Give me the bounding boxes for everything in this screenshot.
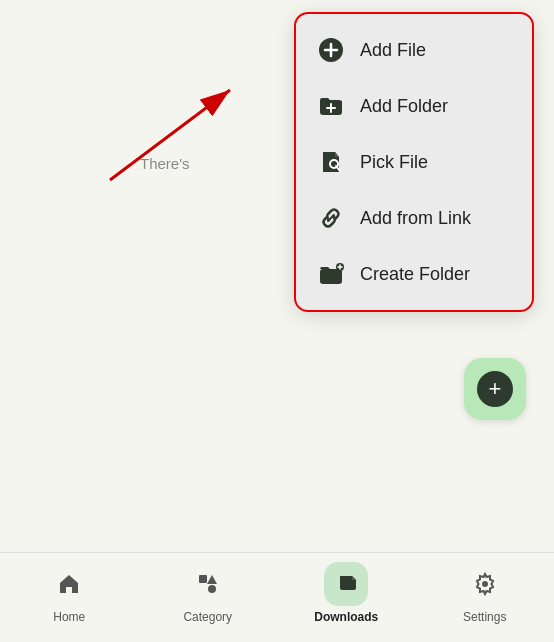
- nav-item-downloads[interactable]: Downloads: [311, 562, 381, 624]
- svg-marker-15: [207, 575, 217, 584]
- add-folder-icon: [316, 91, 346, 121]
- svg-rect-14: [199, 575, 207, 583]
- create-folder-label: Create Folder: [360, 264, 470, 285]
- menu-item-add-from-link[interactable]: Add from Link: [296, 190, 532, 246]
- home-icon: [47, 562, 91, 606]
- create-folder-icon: [316, 259, 346, 289]
- menu-item-create-folder[interactable]: Create Folder: [296, 246, 532, 302]
- fab-plus-icon: +: [477, 371, 513, 407]
- nav-label-category: Category: [183, 610, 232, 624]
- svg-point-17: [482, 581, 488, 587]
- bottom-nav: Home Category Downloads: [0, 552, 554, 642]
- add-file-label: Add File: [360, 40, 426, 61]
- pick-file-icon: [316, 147, 346, 177]
- nav-item-category[interactable]: Category: [173, 562, 243, 624]
- menu-item-add-file[interactable]: Add File: [296, 22, 532, 78]
- arrow-annotation: [80, 70, 260, 190]
- add-folder-label: Add Folder: [360, 96, 448, 117]
- nav-item-settings[interactable]: Settings: [450, 562, 520, 624]
- add-from-link-label: Add from Link: [360, 208, 471, 229]
- downloads-icon: [324, 562, 368, 606]
- nav-label-downloads: Downloads: [314, 610, 378, 624]
- settings-icon: [463, 562, 507, 606]
- main-content: There's Add File: [0, 0, 554, 520]
- hint-text: There's: [140, 155, 190, 172]
- nav-label-settings: Settings: [463, 610, 506, 624]
- svg-point-16: [208, 585, 216, 593]
- add-file-icon: [316, 35, 346, 65]
- link-icon: [316, 203, 346, 233]
- pick-file-label: Pick File: [360, 152, 428, 173]
- nav-item-home[interactable]: Home: [34, 562, 104, 624]
- menu-item-add-folder[interactable]: Add Folder: [296, 78, 532, 134]
- menu-item-pick-file[interactable]: Pick File: [296, 134, 532, 190]
- svg-rect-10: [320, 269, 342, 284]
- category-icon: [186, 562, 230, 606]
- dropdown-menu: Add File Add Folder: [294, 12, 534, 312]
- nav-label-home: Home: [53, 610, 85, 624]
- fab-button[interactable]: +: [464, 358, 526, 420]
